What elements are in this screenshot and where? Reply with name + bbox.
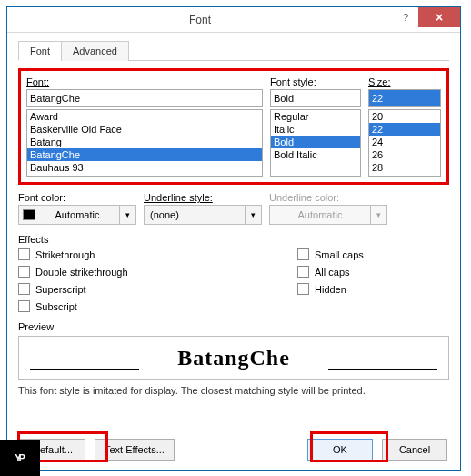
chk-all-caps[interactable]: All caps xyxy=(297,266,449,278)
font-style-label: Font style: xyxy=(270,76,361,87)
list-item[interactable]: Bauhaus 93 xyxy=(27,161,262,174)
size-list[interactable]: 20 22 24 26 28 xyxy=(368,109,441,177)
checkbox-icon xyxy=(18,283,30,295)
list-item[interactable]: 26 xyxy=(369,148,440,161)
list-item[interactable]: Batang xyxy=(27,136,262,148)
checkbox-icon xyxy=(297,283,309,295)
list-item[interactable]: Bold xyxy=(271,136,360,148)
checkbox-icon xyxy=(297,248,309,260)
preview-box: BatangChe xyxy=(18,336,449,380)
font-dialog: Font ? × Font Advanced Font: Award Baske… xyxy=(6,6,461,471)
list-item[interactable]: Regular xyxy=(271,110,360,123)
font-input[interactable] xyxy=(26,89,263,107)
effects-label: Effects xyxy=(18,234,449,245)
size-input[interactable] xyxy=(368,89,441,107)
chk-hidden[interactable]: Hidden xyxy=(297,283,449,295)
text-effects-button[interactable]: Text Effects... xyxy=(95,439,175,461)
preview-note: This font style is imitated for display.… xyxy=(18,385,449,396)
chk-strikethrough[interactable]: Strikethrough xyxy=(18,248,170,260)
tab-advanced[interactable]: Advanced xyxy=(61,41,129,61)
font-list[interactable]: Award Baskerville Old Face Batang Batang… xyxy=(26,109,263,177)
list-item[interactable]: 28 xyxy=(369,161,440,174)
list-item[interactable]: 20 xyxy=(369,110,440,123)
font-style-list[interactable]: Regular Italic Bold Bold Italic xyxy=(270,109,361,177)
list-item[interactable]: 24 xyxy=(369,136,440,148)
watermark-logo: YP xyxy=(0,440,40,476)
checkbox-icon xyxy=(18,266,30,278)
font-color-label: Font color: xyxy=(18,192,136,203)
chk-small-caps[interactable]: Small caps xyxy=(297,248,449,260)
chevron-down-icon: ▾ xyxy=(370,206,386,224)
tab-font-label: Font xyxy=(30,46,50,56)
underline-color-combo: Automatic ▾ xyxy=(269,205,387,225)
chk-subscript[interactable]: Subscript xyxy=(18,300,170,312)
font-label: Font: xyxy=(26,76,263,87)
button-row: Default... Text Effects... OK Cancel xyxy=(20,439,447,461)
list-item[interactable]: 22 xyxy=(369,123,440,136)
size-label: Size: xyxy=(368,76,441,87)
tab-font[interactable]: Font xyxy=(18,41,62,61)
tab-advanced-label: Advanced xyxy=(73,46,117,56)
underline-style-value: (none) xyxy=(145,209,245,220)
preview-label: Preview xyxy=(18,321,449,332)
font-color-value: Automatic xyxy=(35,209,119,220)
dialog-content: Font Advanced Font: Award Baskerville Ol… xyxy=(7,33,460,407)
help-button[interactable]: ? xyxy=(393,7,418,27)
underline-style-label: Underline style: xyxy=(144,192,262,203)
preview-text: BatangChe xyxy=(177,346,290,370)
effects-group: Strikethrough Double strikethrough Super… xyxy=(18,248,449,312)
tab-strip: Font Advanced xyxy=(18,40,449,61)
cancel-button[interactable]: Cancel xyxy=(382,439,447,461)
underline-style-combo[interactable]: (none) ▾ xyxy=(144,205,262,225)
title-bar: Font ? × xyxy=(7,7,460,33)
checkbox-icon xyxy=(18,248,30,260)
underline-color-label: Underline color: xyxy=(269,192,387,203)
checkbox-icon xyxy=(297,266,309,278)
underline-color-value: Automatic xyxy=(270,209,370,220)
chk-superscript[interactable]: Superscript xyxy=(18,283,170,295)
font-selection-area: Font: Award Baskerville Old Face Batang … xyxy=(18,68,449,185)
list-item[interactable]: Award xyxy=(27,110,262,123)
list-item[interactable]: Baskerville Old Face xyxy=(27,123,262,136)
list-item[interactable]: BatangChe xyxy=(27,148,262,161)
font-color-combo[interactable]: Automatic ▾ xyxy=(18,205,136,225)
chevron-down-icon: ▾ xyxy=(119,206,135,224)
checkbox-icon xyxy=(18,300,30,312)
ok-button[interactable]: OK xyxy=(307,439,373,461)
list-item[interactable]: Bold Italic xyxy=(271,148,360,161)
close-button[interactable]: × xyxy=(418,7,460,27)
dialog-title: Font xyxy=(7,14,393,26)
font-style-input[interactable] xyxy=(270,89,361,107)
color-swatch-icon xyxy=(23,209,35,220)
chevron-down-icon: ▾ xyxy=(245,206,261,224)
list-item[interactable]: Italic xyxy=(271,123,360,136)
chk-double-strike[interactable]: Double strikethrough xyxy=(18,266,170,278)
